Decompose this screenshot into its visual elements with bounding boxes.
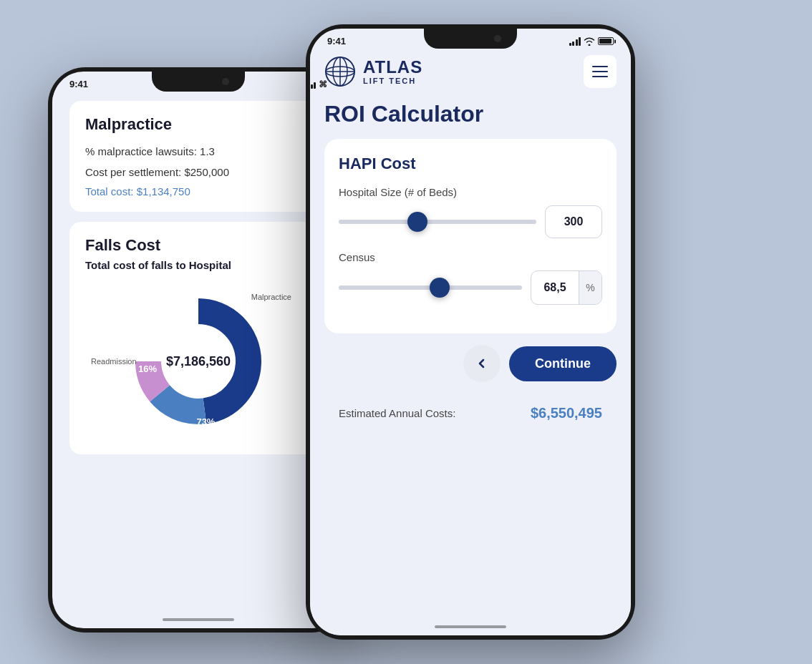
malpractice-chart-label: Malpractice: [251, 293, 291, 301]
phone-1-frame: 9:41 ⌘ Malpractice % malpractice lawsuit…: [48, 67, 349, 633]
malpractice-title: Malpractice: [85, 115, 311, 134]
census-value: 68,5: [531, 271, 579, 304]
wifi-icon: ⌘: [319, 79, 327, 89]
phone-1-time: 9:41: [69, 79, 88, 89]
malpractice-stat1: % malpractice lawsuits: 1.3: [85, 144, 311, 159]
home-indicator-2: [435, 625, 506, 628]
malpractice-total: Total cost: $1,134,750: [85, 185, 311, 197]
hamburger-line-3: [592, 76, 608, 77]
malpractice-total-label: Total cost:: [85, 185, 134, 197]
battery-icon: [598, 37, 614, 45]
phone-2-notch: [424, 29, 517, 49]
hapi-cost-card: HAPI Cost Hospital Size (# of Beds) 300 …: [324, 139, 617, 333]
phone-1-notch: [152, 72, 245, 92]
signal-icon: [307, 80, 316, 89]
home-indicator-1: [163, 618, 234, 621]
malpractice-stat2-label: Cost per settlement:: [85, 166, 181, 178]
app-header: ATLAS LIFT TECH: [310, 49, 631, 95]
estimated-costs-bar: Estimated Annual Costs: $6,550,495: [324, 392, 617, 434]
phone-2-screen: 9:41: [310, 29, 631, 635]
hospital-size-slider-track[interactable]: [339, 220, 536, 224]
malpractice-stat1-value: 1.3: [200, 145, 215, 157]
estimated-value: $6,550,495: [531, 405, 602, 421]
census-pct: %: [579, 271, 601, 304]
malpractice-stat2-value: $250,000: [184, 166, 229, 178]
malpractice-stat2: Cost per settlement: $250,000: [85, 165, 311, 180]
camera-dot: [222, 78, 229, 85]
readmission-chart-label: Readmission: [91, 357, 137, 366]
donut-center-label: $7,186,560: [166, 354, 231, 369]
phone-2-status-icons: [569, 37, 614, 46]
malpractice-card: Malpractice % malpractice lawsuits: 1.3 …: [69, 101, 327, 212]
hospital-size-slider-row: 300: [339, 205, 602, 238]
logo-atlas: ATLAS: [363, 58, 422, 77]
battery-fill: [599, 39, 612, 44]
donut-chart: $7,186,560 Malpractice 11% Readmission 1…: [120, 283, 277, 440]
donut-amount: $7,186,560: [166, 354, 231, 369]
estimated-label: Estimated Annual Costs:: [339, 407, 455, 419]
census-label: Census: [339, 251, 602, 263]
phone-2-time: 9:41: [327, 36, 346, 47]
phone-2-frame: 9:41: [306, 24, 635, 640]
navigation-row: Continue: [324, 345, 617, 382]
camera-dot-2: [494, 35, 501, 42]
roi-calculator-title: ROI Calculator: [324, 101, 617, 127]
hospital-size-label: Hospital Size (# of Beds): [339, 186, 602, 198]
falls-card: Falls Cost Total cost of falls to Hospit…: [69, 222, 327, 454]
logo-text: ATLAS LIFT TECH: [363, 58, 422, 85]
hamburger-line-1: [592, 66, 608, 67]
back-arrow-icon: [476, 358, 488, 369]
census-slider-row: 68,5 %: [339, 270, 602, 305]
logo-sub: LIFT TECH: [363, 77, 422, 85]
falls-title: Falls Cost: [85, 236, 311, 255]
main-pct: 73%: [196, 416, 215, 427]
phone-2-body: ROI Calculator HAPI Cost Hospital Size (…: [310, 95, 631, 635]
wifi-icon-2: [584, 37, 595, 46]
malpractice-pct: 11%: [244, 303, 263, 313]
falls-subtitle: Total cost of falls to Hospital: [85, 259, 311, 271]
phone-1-screen: 9:41 ⌘ Malpractice % malpractice lawsuit…: [52, 72, 344, 628]
continue-button[interactable]: Continue: [509, 346, 617, 381]
census-slider-track[interactable]: [339, 285, 522, 290]
hospital-size-input[interactable]: 300: [545, 205, 602, 238]
malpractice-stat1-label: % malpractice lawsuits:: [85, 145, 197, 157]
hapi-title: HAPI Cost: [339, 155, 602, 173]
hamburger-menu-button[interactable]: [584, 55, 617, 88]
census-input[interactable]: 68,5 %: [531, 270, 602, 305]
hospital-size-thumb[interactable]: [407, 212, 427, 232]
malpractice-total-value: $1,134,750: [137, 185, 190, 197]
phone-1-status-icons: ⌘: [307, 79, 327, 89]
back-button[interactable]: [463, 345, 501, 382]
census-thumb[interactable]: [430, 278, 450, 298]
hamburger-line-2: [592, 71, 608, 72]
phone-1-body: Malpractice % malpractice lawsuits: 1.3 …: [52, 92, 344, 463]
readmission-pct: 16%: [138, 363, 157, 374]
signal-icon-2: [569, 37, 581, 46]
scene: 9:41 ⌘ Malpractice % malpractice lawsuit…: [48, 24, 764, 640]
